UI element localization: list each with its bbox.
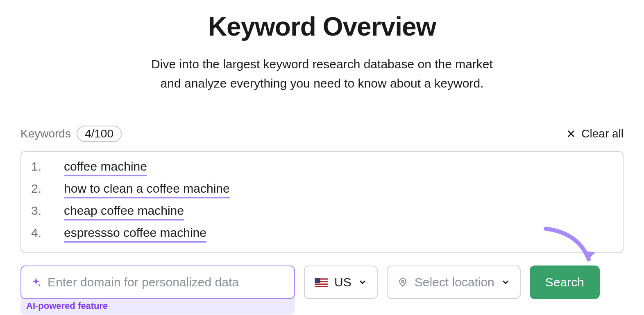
keyword-row: 1. coffee machine [31,159,613,176]
chevron-down-icon [501,278,510,287]
subtitle-line-1: Dive into the largest keyword research d… [151,57,493,71]
keyword-number: 4. [31,226,64,240]
keyword-text: coffee machine [64,159,147,176]
keyword-text: how to clean a coffee machine [64,181,230,198]
keyword-text: cheap coffee machine [64,203,184,220]
keywords-count-pill: 4/100 [77,126,122,142]
keyword-row: 3. cheap coffee machine [31,203,613,220]
keyword-number: 3. [31,204,64,218]
page-title: Keyword Overview [20,11,624,42]
clear-all-label: Clear all [581,127,624,140]
sparkle-icon [30,277,42,288]
page-subtitle: Dive into the largest keyword research d… [20,55,624,93]
subtitle-line-2: and analyze everything you need to know … [161,76,484,90]
location-pin-icon [397,277,408,288]
clear-all-button[interactable]: Clear all [567,127,624,140]
keyword-text: espressso coffee machine [64,225,206,243]
us-flag-icon [315,278,328,287]
keyword-number: 2. [31,182,64,196]
location-placeholder: Select location [415,275,494,289]
ai-powered-label: AI-powered feature [20,297,295,315]
domain-input[interactable] [48,275,285,289]
keyword-row: 4. espressso coffee machine [31,225,613,243]
domain-input-container[interactable] [20,266,295,299]
close-icon [567,129,576,138]
search-button[interactable]: Search [530,266,600,299]
svg-point-2 [401,280,404,282]
country-select[interactable]: US [304,266,378,299]
chevron-down-icon [358,278,367,287]
country-code: US [334,275,351,289]
keyword-number: 1. [31,160,64,173]
keywords-input-box[interactable]: 1. coffee machine 2. how to clean a coff… [20,151,624,253]
keyword-row: 2. how to clean a coffee machine [31,181,613,198]
location-select[interactable]: Select location [387,266,521,299]
keywords-label: Keywords [20,127,71,140]
